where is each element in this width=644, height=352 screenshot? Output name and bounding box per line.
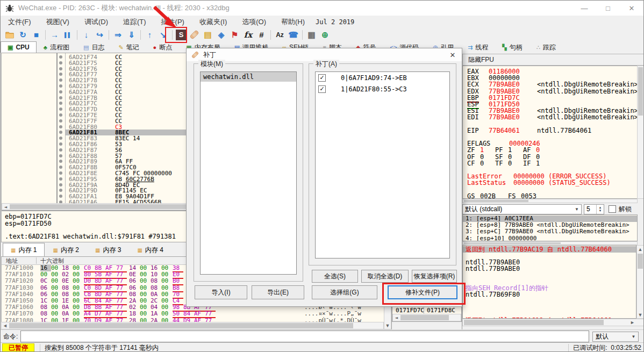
open-file-icon[interactable] xyxy=(3,29,16,41)
register-line[interactable]: CF0TF0IF1 xyxy=(467,160,636,167)
breakpoint-dot[interactable] xyxy=(59,154,62,157)
registers-hscrollbar[interactable] xyxy=(462,199,638,203)
strings-icon[interactable]: Az xyxy=(273,29,287,41)
calling-convention-select[interactable]: 默认 (stdcall) ▼ xyxy=(462,204,582,214)
breakpoint-dot[interactable] xyxy=(59,61,62,64)
select-group-button[interactable]: 选择组(G) xyxy=(312,285,377,299)
breakpoint-dot[interactable] xyxy=(59,90,62,94)
stack-row[interactable]: 0171FD7C0171FD8C xyxy=(392,307,461,314)
trace-over-icon[interactable]: ⇓ xyxy=(125,29,138,41)
tab-日志[interactable]: ▤日志 xyxy=(76,41,111,53)
breakpoint-dot[interactable] xyxy=(59,78,62,82)
breakpoint-dot[interactable] xyxy=(59,195,62,198)
menu-item-4[interactable]: 插件(P) xyxy=(154,16,192,28)
register-line[interactable]: EDI77B9ABE0<ntdll.DbgUiRemoteBreakin> xyxy=(467,114,636,121)
stack-info-pane[interactable]: 返回到 ntdll.77B9AC19 自 ntdll.77B64060ntdll… xyxy=(462,245,636,319)
spin-down-icon[interactable]: ▼ xyxy=(599,209,602,212)
scroll-thumb[interactable] xyxy=(464,200,528,202)
modules-icon[interactable]: ☎ xyxy=(287,29,300,41)
breakpoint-dot[interactable] xyxy=(59,142,62,146)
module-list-item[interactable]: wechatwin.dll xyxy=(201,72,296,82)
stack-info-line[interactable]: ntdll.77B69F80 xyxy=(466,291,636,298)
patch-item[interactable]: ✓1|6AD21F80:55->C3 xyxy=(316,83,449,95)
breakpoint-dot[interactable] xyxy=(59,73,62,76)
dialog-close-icon[interactable]: ✕ xyxy=(448,50,457,60)
register-line[interactable] xyxy=(467,134,636,141)
register-line[interactable]: EIP77B64061ntdll.77B64061 xyxy=(467,127,636,134)
tab-笔记[interactable]: ✎笔记 xyxy=(111,41,146,53)
scroll-thumb[interactable] xyxy=(9,323,353,328)
tab-流程图[interactable]: ♣流程图 xyxy=(37,41,76,53)
argument-row[interactable]: 3: [esp+C] 77B9ABE0 <ntdll.DbgUiRemoteBr… xyxy=(463,228,637,235)
breakpoint-dot[interactable] xyxy=(59,102,62,105)
calculator-icon[interactable]: ▦ xyxy=(305,29,318,41)
register-line[interactable]: OF0SF0DF0 xyxy=(467,154,636,161)
scroll-thumb[interactable] xyxy=(464,320,604,325)
close-button[interactable]: ✕ xyxy=(620,1,643,16)
select-all-button[interactable]: 全选(S) xyxy=(312,270,358,283)
breakpoint-dot[interactable] xyxy=(59,84,62,88)
breakpoint-dot[interactable] xyxy=(59,119,62,123)
label-icon[interactable]: ◈ xyxy=(214,29,228,41)
dump-hscrollbar[interactable]: ◄ xyxy=(1,322,384,329)
bookmark-icon[interactable]: ⚑ xyxy=(228,29,241,41)
hash-icon[interactable]: # xyxy=(255,29,268,41)
breakpoint-dot[interactable] xyxy=(59,160,62,163)
breakpoint-dot[interactable] xyxy=(59,177,62,181)
restart-icon[interactable]: ↻ xyxy=(16,29,30,41)
module-list[interactable]: wechatwin.dll xyxy=(200,71,297,275)
arguments-scrollbar[interactable] xyxy=(462,241,638,245)
menu-item-3[interactable]: 追踪(T) xyxy=(116,16,154,28)
dump-tab-3[interactable]: ▦内存 3 xyxy=(87,243,129,256)
pause-icon[interactable]: ▌▌ xyxy=(61,29,75,41)
breakpoint-gutter[interactable] xyxy=(57,53,66,204)
stack-info-line[interactable]: ntdll.77B9ABE0 xyxy=(466,265,636,272)
argument-row[interactable]: 2: [esp+8] 77B9ABE0 <ntdll.DbgUiRemoteBr… xyxy=(463,222,637,228)
breakpoint-dot[interactable] xyxy=(59,113,62,117)
patch-list[interactable]: ✓0|6A7F1AD9:74->EB✓1|6AD21F80:55->C3 xyxy=(315,71,450,258)
scroll-thumb[interactable] xyxy=(638,67,643,116)
stack-info-vscrollbar[interactable]: ▲ ▼ xyxy=(636,245,644,319)
tab-cpu[interactable]: ▣CPU xyxy=(1,41,37,53)
help-globe-icon[interactable]: ⊕ xyxy=(318,29,332,41)
comment-icon[interactable]: ▤ xyxy=(201,29,214,41)
registers-vscrollbar[interactable] xyxy=(637,66,644,199)
scroll-thumb[interactable] xyxy=(464,242,561,244)
patch-checkbox[interactable]: ✓ xyxy=(318,74,326,82)
hide-fpu-button[interactable]: 隐藏FPU xyxy=(462,54,644,66)
breakpoint-dot[interactable] xyxy=(59,171,62,175)
dump-tab-4[interactable]: ▦内存 4 xyxy=(129,243,171,256)
run-icon[interactable]: → xyxy=(48,29,61,41)
deselect-all-button[interactable]: 取消全选(D) xyxy=(361,270,409,283)
stack-info-hscrollbar[interactable]: ► xyxy=(462,319,644,326)
function-icon[interactable]: fx xyxy=(241,29,255,41)
register-line[interactable]: GS002BFS0053 xyxy=(467,193,636,199)
dump-tab-2[interactable]: ▦内存 2 xyxy=(45,243,87,256)
minimize-button[interactable]: — xyxy=(573,1,596,16)
breakpoint-dot[interactable] xyxy=(59,67,62,70)
patches-icon[interactable] xyxy=(188,29,201,41)
menu-item-5[interactable]: 收藏夹(I) xyxy=(192,16,234,28)
breakpoint-dot[interactable] xyxy=(59,107,62,111)
breakpoint-dot[interactable] xyxy=(59,96,62,99)
breakpoint-dot[interactable] xyxy=(59,148,62,152)
step-over-icon[interactable]: ↪ xyxy=(93,29,106,41)
menu-item-1[interactable]: 视图(V) xyxy=(39,16,77,28)
step-into-icon[interactable]: ↓ xyxy=(80,29,93,41)
tab-线程[interactable]: ⇉线程 xyxy=(461,41,495,53)
scroll-thumb[interactable] xyxy=(400,315,449,320)
breakpoint-dot[interactable] xyxy=(59,125,62,128)
spinner-arrows[interactable]: ▲▼ xyxy=(596,205,604,214)
menu-item-0[interactable]: 文件(F) xyxy=(1,16,39,28)
menu-item-2[interactable]: 调试(D) xyxy=(77,16,116,28)
command-profile-select[interactable]: 默认 ▼ xyxy=(592,332,639,342)
argument-count-spinner[interactable]: 5 ▲▼ xyxy=(584,204,604,214)
run-until-return-icon[interactable]: ↑ xyxy=(143,29,156,41)
scroll-thumb[interactable] xyxy=(638,254,643,269)
restore-selection-button[interactable]: 恢复选择项(R) xyxy=(412,270,457,283)
breakpoint-dot[interactable] xyxy=(59,183,62,186)
register-line[interactable]: ZF1PF1AF0 xyxy=(467,147,636,154)
breakpoint-dot[interactable] xyxy=(59,189,62,192)
arguments-pane[interactable]: 1: [esp+4] A0C17EEA2: [esp+8] 77B9ABE0 <… xyxy=(462,214,638,241)
menu-item-7[interactable]: 帮助(H) xyxy=(274,16,312,28)
